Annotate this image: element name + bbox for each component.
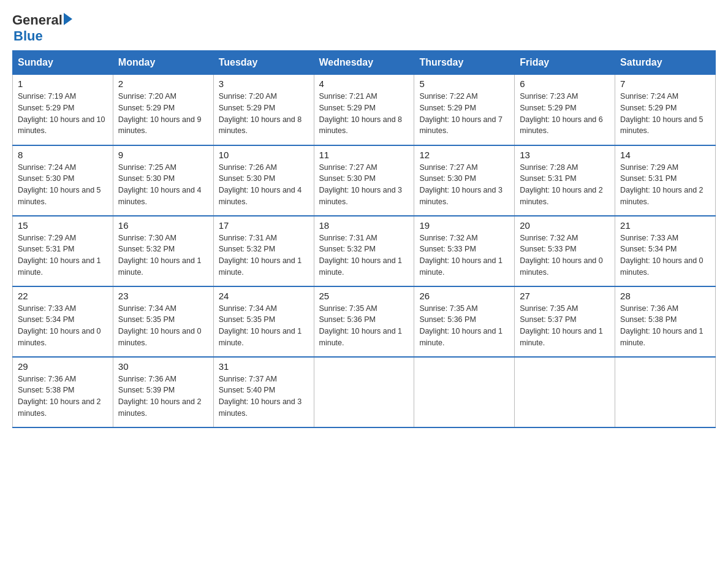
day-info: Sunrise: 7:37 AMSunset: 5:40 PMDaylight:… xyxy=(219,375,302,418)
calendar-cell: 11 Sunrise: 7:27 AMSunset: 5:30 PMDaylig… xyxy=(314,145,414,216)
day-number: 21 xyxy=(620,220,710,231)
logo-blue-text: Blue xyxy=(13,28,72,44)
day-info: Sunrise: 7:35 AMSunset: 5:37 PMDaylight:… xyxy=(520,304,603,347)
day-info: Sunrise: 7:24 AMSunset: 5:30 PMDaylight:… xyxy=(18,163,101,206)
day-info: Sunrise: 7:31 AMSunset: 5:32 PMDaylight:… xyxy=(219,234,302,277)
calendar-cell: 9 Sunrise: 7:25 AMSunset: 5:30 PMDayligh… xyxy=(113,145,213,216)
calendar-cell xyxy=(615,357,716,427)
calendar-cell: 14 Sunrise: 7:29 AMSunset: 5:31 PMDaylig… xyxy=(615,145,716,216)
calendar-cell: 26 Sunrise: 7:35 AMSunset: 5:36 PMDaylig… xyxy=(414,286,515,357)
calendar-cell: 1 Sunrise: 7:19 AMSunset: 5:29 PMDayligh… xyxy=(13,75,113,145)
calendar-cell: 8 Sunrise: 7:24 AMSunset: 5:30 PMDayligh… xyxy=(13,145,113,216)
calendar-cell xyxy=(314,357,414,427)
calendar-cell: 23 Sunrise: 7:34 AMSunset: 5:35 PMDaylig… xyxy=(113,286,213,357)
day-number: 31 xyxy=(219,361,309,372)
day-number: 26 xyxy=(419,291,509,301)
calendar-cell: 28 Sunrise: 7:36 AMSunset: 5:38 PMDaylig… xyxy=(615,286,716,357)
day-number: 22 xyxy=(18,291,108,301)
day-number: 30 xyxy=(118,361,208,372)
day-info: Sunrise: 7:32 AMSunset: 5:33 PMDaylight:… xyxy=(520,234,603,277)
day-number: 7 xyxy=(620,79,710,89)
day-info: Sunrise: 7:34 AMSunset: 5:35 PMDaylight:… xyxy=(219,304,302,347)
day-number: 1 xyxy=(18,79,108,89)
day-info: Sunrise: 7:27 AMSunset: 5:30 PMDaylight:… xyxy=(319,163,403,206)
day-info: Sunrise: 7:28 AMSunset: 5:31 PMDaylight:… xyxy=(520,163,603,206)
day-number: 6 xyxy=(520,79,610,89)
calendar-week-3: 15 Sunrise: 7:29 AMSunset: 5:31 PMDaylig… xyxy=(13,216,716,286)
calendar-cell: 12 Sunrise: 7:27 AMSunset: 5:30 PMDaylig… xyxy=(414,145,515,216)
day-info: Sunrise: 7:25 AMSunset: 5:30 PMDaylight:… xyxy=(118,163,202,206)
day-number: 16 xyxy=(118,220,208,231)
day-info: Sunrise: 7:31 AMSunset: 5:32 PMDaylight:… xyxy=(319,234,403,277)
calendar-week-2: 8 Sunrise: 7:24 AMSunset: 5:30 PMDayligh… xyxy=(13,145,716,216)
day-number: 10 xyxy=(219,150,309,160)
calendar-cell: 24 Sunrise: 7:34 AMSunset: 5:35 PMDaylig… xyxy=(213,286,314,357)
header-saturday: Saturday xyxy=(615,51,716,75)
calendar-cell: 21 Sunrise: 7:33 AMSunset: 5:34 PMDaylig… xyxy=(615,216,716,286)
header-wednesday: Wednesday xyxy=(314,51,414,75)
calendar-cell: 18 Sunrise: 7:31 AMSunset: 5:32 PMDaylig… xyxy=(314,216,414,286)
calendar-cell: 25 Sunrise: 7:35 AMSunset: 5:36 PMDaylig… xyxy=(314,286,414,357)
day-number: 4 xyxy=(319,79,409,89)
day-info: Sunrise: 7:32 AMSunset: 5:33 PMDaylight:… xyxy=(419,234,502,277)
day-info: Sunrise: 7:29 AMSunset: 5:31 PMDaylight:… xyxy=(620,163,703,206)
day-info: Sunrise: 7:20 AMSunset: 5:29 PMDaylight:… xyxy=(118,92,202,135)
day-number: 13 xyxy=(520,150,610,160)
day-number: 15 xyxy=(18,220,108,231)
day-info: Sunrise: 7:24 AMSunset: 5:29 PMDaylight:… xyxy=(620,92,703,135)
day-info: Sunrise: 7:36 AMSunset: 5:39 PMDaylight:… xyxy=(118,375,202,418)
calendar-cell: 31 Sunrise: 7:37 AMSunset: 5:40 PMDaylig… xyxy=(213,357,314,427)
calendar-cell: 5 Sunrise: 7:22 AMSunset: 5:29 PMDayligh… xyxy=(414,75,515,145)
day-number: 2 xyxy=(118,79,208,89)
day-info: Sunrise: 7:33 AMSunset: 5:34 PMDaylight:… xyxy=(18,304,101,347)
calendar-cell: 6 Sunrise: 7:23 AMSunset: 5:29 PMDayligh… xyxy=(515,75,615,145)
calendar-cell: 19 Sunrise: 7:32 AMSunset: 5:33 PMDaylig… xyxy=(414,216,515,286)
day-number: 18 xyxy=(319,220,409,231)
calendar-cell: 2 Sunrise: 7:20 AMSunset: 5:29 PMDayligh… xyxy=(113,75,213,145)
header-monday: Monday xyxy=(113,51,213,75)
day-number: 28 xyxy=(620,291,710,301)
day-info: Sunrise: 7:23 AMSunset: 5:29 PMDaylight:… xyxy=(520,92,603,135)
calendar-cell: 10 Sunrise: 7:26 AMSunset: 5:30 PMDaylig… xyxy=(213,145,314,216)
day-number: 23 xyxy=(118,291,208,301)
day-number: 5 xyxy=(419,79,509,89)
calendar-cell xyxy=(515,357,615,427)
calendar-header-row: SundayMondayTuesdayWednesdayThursdayFrid… xyxy=(13,51,716,75)
logo-arrow-icon xyxy=(64,13,72,25)
calendar-cell xyxy=(414,357,515,427)
day-info: Sunrise: 7:35 AMSunset: 5:36 PMDaylight:… xyxy=(319,304,403,347)
day-info: Sunrise: 7:36 AMSunset: 5:38 PMDaylight:… xyxy=(18,375,101,418)
calendar-week-1: 1 Sunrise: 7:19 AMSunset: 5:29 PMDayligh… xyxy=(13,75,716,145)
header-friday: Friday xyxy=(515,51,615,75)
calendar-week-5: 29 Sunrise: 7:36 AMSunset: 5:38 PMDaylig… xyxy=(13,357,716,427)
day-info: Sunrise: 7:36 AMSunset: 5:38 PMDaylight:… xyxy=(620,304,703,347)
calendar-cell: 3 Sunrise: 7:20 AMSunset: 5:29 PMDayligh… xyxy=(213,75,314,145)
header-thursday: Thursday xyxy=(414,51,515,75)
day-number: 11 xyxy=(319,150,409,160)
day-number: 20 xyxy=(520,220,610,231)
day-info: Sunrise: 7:20 AMSunset: 5:29 PMDaylight:… xyxy=(219,92,302,135)
day-info: Sunrise: 7:26 AMSunset: 5:30 PMDaylight:… xyxy=(219,163,302,206)
header-sunday: Sunday xyxy=(13,51,113,75)
day-number: 3 xyxy=(219,79,309,89)
day-number: 25 xyxy=(319,291,409,301)
logo: General Blue xyxy=(12,12,72,44)
day-info: Sunrise: 7:30 AMSunset: 5:32 PMDaylight:… xyxy=(118,234,202,277)
calendar-cell: 29 Sunrise: 7:36 AMSunset: 5:38 PMDaylig… xyxy=(13,357,113,427)
calendar-cell: 16 Sunrise: 7:30 AMSunset: 5:32 PMDaylig… xyxy=(113,216,213,286)
day-info: Sunrise: 7:34 AMSunset: 5:35 PMDaylight:… xyxy=(118,304,202,347)
calendar-cell: 7 Sunrise: 7:24 AMSunset: 5:29 PMDayligh… xyxy=(615,75,716,145)
calendar-cell: 4 Sunrise: 7:21 AMSunset: 5:29 PMDayligh… xyxy=(314,75,414,145)
day-number: 19 xyxy=(419,220,509,231)
logo-general-text: General xyxy=(12,12,63,28)
calendar-cell: 20 Sunrise: 7:32 AMSunset: 5:33 PMDaylig… xyxy=(515,216,615,286)
header-tuesday: Tuesday xyxy=(213,51,314,75)
day-number: 8 xyxy=(18,150,108,160)
day-number: 9 xyxy=(118,150,208,160)
day-number: 12 xyxy=(419,150,509,160)
day-number: 17 xyxy=(219,220,309,231)
day-number: 27 xyxy=(520,291,610,301)
day-number: 24 xyxy=(219,291,309,301)
calendar-cell: 22 Sunrise: 7:33 AMSunset: 5:34 PMDaylig… xyxy=(13,286,113,357)
calendar-cell: 30 Sunrise: 7:36 AMSunset: 5:39 PMDaylig… xyxy=(113,357,213,427)
